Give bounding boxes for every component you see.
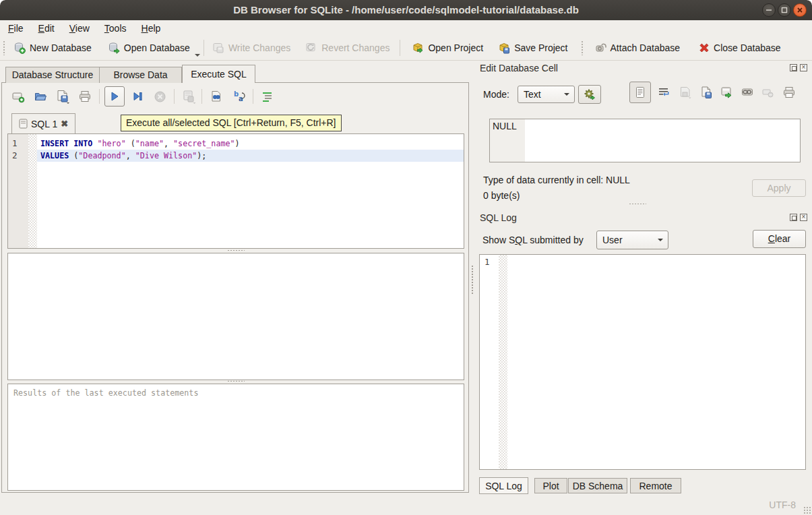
- dock-resize-handle[interactable]: [471, 265, 474, 295]
- editor-code-area[interactable]: INSERT INTO "hero" ("name", "secret_name…: [37, 134, 464, 248]
- execute-all-icon: [108, 90, 121, 102]
- menu-file[interactable]: File: [1, 22, 30, 35]
- new-database-icon: [13, 42, 26, 54]
- edit-cell-close-icon[interactable]: [800, 64, 807, 71]
- replace-icon: ba: [232, 90, 246, 103]
- sql-log-close-icon[interactable]: [800, 214, 807, 221]
- menu-view[interactable]: View: [63, 22, 96, 35]
- open-file-icon: [34, 90, 47, 103]
- new-database-button[interactable]: New Database: [9, 38, 96, 57]
- export-cell-button[interactable]: [718, 84, 735, 100]
- replace-button[interactable]: ba: [230, 87, 249, 106]
- export-cell-icon: [720, 86, 733, 99]
- cell-value: NULL: [493, 121, 517, 131]
- code-line: INSERT INTO "hero" ("name", "secret_name…: [37, 138, 464, 150]
- menu-tools[interactable]: Tools: [98, 22, 133, 35]
- edit-cell-title: Edit Database Cell: [480, 63, 558, 73]
- save-cell-button: [677, 84, 693, 100]
- save-file-icon: [55, 89, 70, 104]
- toolbar-drag-handle-2[interactable]: [581, 40, 584, 55]
- open-sql-tab-button[interactable]: [9, 87, 28, 106]
- export-results-button: [179, 87, 198, 106]
- save-sql-file-button[interactable]: [53, 87, 72, 106]
- save-cell-icon: [679, 86, 692, 99]
- find-button[interactable]: [207, 87, 226, 106]
- format-sql-button[interactable]: [258, 87, 277, 106]
- sql-document-icon: [19, 119, 28, 129]
- stop-button: [150, 87, 169, 106]
- save-project-icon: [498, 42, 510, 54]
- edit-cell-float-icon[interactable]: [790, 64, 797, 71]
- maximize-button[interactable]: [778, 3, 791, 17]
- tab-browse-data[interactable]: Browse Data: [100, 67, 182, 83]
- cell-type-info: Type of data currently in cell: NULL: [483, 175, 630, 185]
- close-database-button[interactable]: Close Database: [694, 39, 786, 57]
- gear-icon: [583, 88, 596, 101]
- sql-log-filter-label: Show SQL submitted by: [482, 231, 584, 249]
- tab-database-structure[interactable]: Database Structure: [5, 67, 100, 83]
- word-wrap-icon: [658, 86, 670, 98]
- execute-line-button[interactable]: [128, 87, 147, 106]
- menu-edit[interactable]: Edit: [32, 22, 61, 35]
- mode-label: Mode:: [483, 85, 509, 104]
- sql-log-title: SQL Log: [480, 212, 517, 223]
- app-window: DB Browser for SQLite - /home/user/code/…: [0, 0, 812, 515]
- print-sql-button[interactable]: [75, 87, 94, 106]
- revert-changes-icon: [305, 42, 317, 54]
- open-sql-file-button[interactable]: [31, 87, 50, 106]
- splitter-results[interactable]: [227, 380, 245, 383]
- auto-apply-button[interactable]: [578, 85, 601, 104]
- print-cell-button[interactable]: [781, 84, 797, 100]
- write-changes-button: Write Changes: [208, 38, 295, 57]
- find-icon: [210, 90, 223, 103]
- dock-tab-db-schema[interactable]: DB Schema: [568, 478, 627, 493]
- revert-changes-button: Revert Changes: [301, 38, 394, 57]
- close-sql-tab-icon[interactable]: ✖: [61, 119, 68, 129]
- titlebar[interactable]: DB Browser for SQLite - /home/user/code/…: [0, 0, 812, 20]
- statusbar-encoding: UTF-8: [769, 499, 796, 510]
- open-database-button[interactable]: Open Database: [103, 38, 195, 57]
- code-line: VALUES ("Deadpond", "Dive Wilson");: [37, 150, 464, 162]
- dock-tab-remote[interactable]: Remote: [630, 478, 681, 493]
- close-button[interactable]: [793, 3, 807, 17]
- toolbar-drag-handle[interactable]: [3, 40, 6, 55]
- open-database-dropdown-arrow[interactable]: [195, 54, 200, 57]
- open-project-button[interactable]: Open Project: [407, 38, 488, 57]
- main-toolbar: New Database Open Database Write Changes…: [0, 36, 812, 61]
- splitter-editor[interactable]: [227, 249, 245, 252]
- clear-log-button[interactable]: Clear: [753, 230, 806, 248]
- sql-editor[interactable]: 12 INSERT INTO "hero" ("name", "secret_n…: [7, 133, 464, 249]
- line-number: 2: [8, 150, 28, 162]
- open-database-icon: [108, 42, 120, 54]
- print-icon: [78, 90, 92, 103]
- results-table-area[interactable]: [7, 253, 464, 380]
- attach-database-button[interactable]: Attach Database: [590, 38, 685, 57]
- sql-toolbar: ba: [9, 85, 277, 108]
- text-mode-button[interactable]: [629, 82, 651, 103]
- dock-tab-plot[interactable]: Plot: [534, 478, 567, 493]
- tab-execute-sql[interactable]: Execute SQL: [182, 65, 255, 83]
- export-icon: [181, 89, 196, 104]
- right-dock: Edit Database Cell Mode: Text: [474, 61, 812, 499]
- word-wrap-button[interactable]: [656, 84, 672, 100]
- import-cell-icon: [699, 86, 713, 99]
- sql-log-filter-select[interactable]: User: [596, 231, 668, 249]
- save-project-button[interactable]: Save Project: [493, 38, 572, 57]
- text-mode-icon: [634, 86, 646, 98]
- menu-help[interactable]: Help: [135, 22, 168, 35]
- minimize-button[interactable]: [762, 3, 776, 17]
- sql-log-area[interactable]: 1: [479, 254, 806, 470]
- link-cell-button[interactable]: [739, 84, 755, 100]
- results-message-area[interactable]: Results of the last executed statements: [7, 384, 464, 491]
- log-line-number: 1: [480, 255, 499, 469]
- resize-grip[interactable]: [803, 506, 811, 514]
- dock-tab-sql-log[interactable]: SQL Log: [479, 477, 528, 494]
- cell-editor[interactable]: NULL: [489, 119, 801, 162]
- import-cell-button[interactable]: [698, 84, 714, 100]
- mode-select[interactable]: Text: [518, 86, 575, 103]
- dock-splitter[interactable]: [629, 203, 646, 206]
- sql-editor-tab[interactable]: SQL 1 ✖: [11, 113, 75, 133]
- execute-all-button[interactable]: [104, 86, 125, 107]
- line-number: 1: [8, 138, 28, 150]
- sql-log-float-icon[interactable]: [790, 214, 797, 221]
